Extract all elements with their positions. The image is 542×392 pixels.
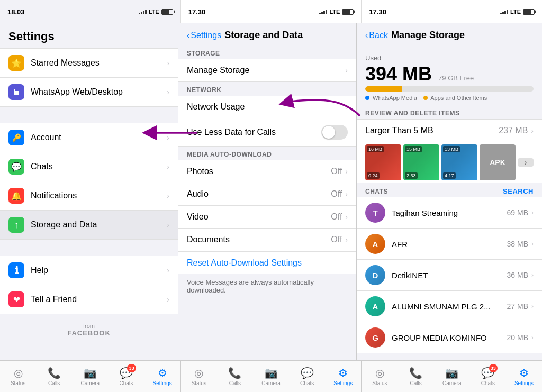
- lte-middle: LTE: [329, 8, 340, 15]
- camera-icon-mid: 📷: [265, 367, 278, 379]
- settings-item-starred[interactable]: ⭐ Starred Messages ›: [0, 48, 178, 78]
- back-to-storage[interactable]: ‹ Back: [365, 31, 388, 40]
- free-value: 79 GB Free: [438, 74, 474, 82]
- chat-name-alumni: ALUMNI SMUNAM PLG 2...: [392, 302, 507, 311]
- settings-item-chats[interactable]: 💬 Chats ›: [0, 152, 178, 181]
- settings-icon-right: ⚙: [519, 367, 529, 379]
- settings-item-friend[interactable]: ❤ Tell a Friend ›: [0, 285, 178, 314]
- chat-name-detik: DetikINET: [392, 271, 507, 280]
- chat-item-detik[interactable]: D DetikINET 36 MB ›: [357, 260, 542, 291]
- audio-label: Audio: [187, 189, 331, 199]
- calls-icon-left: 📞: [48, 367, 61, 379]
- less-data-item[interactable]: Use Less Data for Calls: [178, 118, 356, 147]
- tab-camera-left[interactable]: 📷 Camera: [72, 361, 108, 392]
- chats-search-button[interactable]: SEARCH: [503, 187, 534, 195]
- calls-icon-mid: 📞: [228, 367, 241, 379]
- thumb-1-size: 16 MB: [367, 146, 384, 152]
- status-icon-right: ◎: [375, 367, 384, 379]
- storage-label: Storage and Data: [31, 220, 167, 230]
- chat-item-alumni[interactable]: A ALUMNI SMUNAM PLG 2... 27 MB ›: [357, 291, 542, 322]
- video-item[interactable]: Video Off ›: [178, 206, 356, 229]
- avatar-afr: A: [365, 234, 385, 254]
- desktop-icon: 🖥: [8, 84, 24, 100]
- friend-label: Tell a Friend: [31, 295, 167, 304]
- tab-settings-left[interactable]: ⚙ Settings: [144, 361, 180, 392]
- settings-icon-left: ⚙: [158, 367, 167, 379]
- settings-item-help[interactable]: ℹ Help ›: [0, 256, 178, 285]
- thumb-2[interactable]: 15 MB 2:53: [403, 144, 439, 180]
- chat-item-afr[interactable]: A AFR 38 MB ›: [357, 229, 542, 260]
- panel-settings: Settings ⭐ Starred Messages › 🖥 WhatsApp…: [0, 23, 178, 360]
- chat-size-afr: 38 MB: [507, 240, 528, 248]
- friend-icon: ❤: [8, 291, 24, 307]
- legend-other: Apps and Other Items: [423, 95, 487, 101]
- lte-left: LTE: [149, 8, 159, 15]
- storage-section-header: STORAGE: [178, 45, 356, 59]
- photos-item[interactable]: Photos Off ›: [178, 160, 356, 183]
- tab-section-left: ◎ Status 📞 Calls 📷 Camera 💬 33 Chats ⚙ S…: [0, 361, 181, 392]
- camera-icon-right: 📷: [445, 367, 458, 379]
- legend-dot-whatsapp: [365, 96, 369, 100]
- storage-bar-fill: [365, 86, 402, 92]
- audio-item[interactable]: Audio Off ›: [178, 183, 356, 206]
- tab-camera-mid[interactable]: 📷 Camera: [253, 361, 289, 392]
- tab-settings-right[interactable]: ⚙ Settings: [506, 361, 542, 392]
- chats-section-header: CHATS SEARCH: [357, 183, 542, 197]
- network-usage-item[interactable]: Network Usage ›: [178, 96, 356, 118]
- thumb-3-size: 13 MB: [443, 146, 460, 152]
- chat-chevron-tagihan: ›: [531, 209, 534, 216]
- notifications-label: Notifications: [31, 191, 167, 200]
- settings-header: Settings: [0, 23, 178, 48]
- larger-than-label: Larger Than 5 MB: [365, 126, 499, 135]
- chat-size-alumni: 27 MB: [507, 302, 528, 311]
- tab-camera-right[interactable]: 📷 Camera: [434, 361, 470, 392]
- review-header: REVIEW AND DELETE ITEMS: [357, 105, 542, 119]
- thumb-1[interactable]: 16 MB 0:24: [365, 144, 401, 180]
- manage-storage-nav-title: Manage Storage: [391, 30, 465, 41]
- storage-chevron: ›: [167, 221, 169, 229]
- tab-status-mid[interactable]: ◎ Status: [181, 361, 217, 392]
- time-middle: 17.30: [188, 8, 206, 16]
- tab-calls-mid[interactable]: 📞 Calls: [217, 361, 253, 392]
- status-right: 17.30 LTE: [361, 0, 542, 23]
- settings-item-notifications[interactable]: 🔔 Notifications ›: [0, 181, 178, 211]
- tab-chats-mid[interactable]: 💬 Chats: [289, 361, 325, 392]
- settings-item-desktop[interactable]: 🖥 WhatsApp Web/Desktop ›: [0, 78, 178, 107]
- thumb-more[interactable]: ›: [518, 158, 534, 167]
- chat-item-group[interactable]: G GROUP MEDIA KOMINFO 20 MB ›: [357, 322, 542, 353]
- settings-item-account[interactable]: 🔑 Account ›: [0, 123, 178, 152]
- panel-manage-storage: ‹ Back Manage Storage Used 394 MB 79 GB …: [357, 23, 542, 360]
- documents-chevron: ›: [345, 235, 348, 244]
- chat-item-tagihan[interactable]: T Tagihan Streaming 69 MB ›: [357, 197, 542, 229]
- tab-status-right[interactable]: ◎ Status: [362, 361, 398, 392]
- tab-status-left[interactable]: ◎ Status: [0, 361, 36, 392]
- photos-label: Photos: [187, 167, 331, 176]
- settings-label-right: Settings: [514, 380, 534, 386]
- signal-right: [500, 9, 508, 14]
- documents-item[interactable]: Documents Off ›: [178, 229, 356, 251]
- settings-item-storage[interactable]: ↑ Storage and Data ›: [0, 211, 178, 240]
- lte-right: LTE: [510, 8, 521, 15]
- larger-than-item[interactable]: Larger Than 5 MB 237 MB ›: [357, 119, 542, 142]
- larger-than-size: 237 MB: [499, 126, 528, 135]
- thumb-4[interactable]: APK: [480, 144, 516, 180]
- used-value: 394 MB: [365, 63, 432, 85]
- tab-calls-left[interactable]: 📞 Calls: [36, 361, 72, 392]
- network-usage-label: Network Usage: [187, 102, 345, 112]
- tab-bars: ◎ Status 📞 Calls 📷 Camera 💬 33 Chats ⚙ S…: [0, 360, 542, 392]
- manage-storage-item[interactable]: Manage Storage ›: [178, 59, 356, 82]
- back-to-settings[interactable]: ‹ Settings: [187, 31, 221, 40]
- calls-label-mid: Calls: [229, 380, 241, 386]
- video-label: Video: [187, 212, 331, 222]
- thumb-3[interactable]: 13 MB 4:17: [441, 144, 477, 180]
- tab-calls-right[interactable]: 📞 Calls: [398, 361, 433, 392]
- reset-auto-download[interactable]: Reset Auto-Download Settings: [178, 251, 356, 274]
- time-right: 17.30: [369, 8, 386, 16]
- documents-value: Off: [331, 235, 342, 244]
- tab-chats-left[interactable]: 💬 33 Chats: [108, 361, 144, 392]
- storage-used-section: Used 394 MB 79 GB Free WhatsApp Media Ap…: [357, 45, 542, 105]
- tab-chats-right[interactable]: 💬 33 Chats: [470, 361, 506, 392]
- tab-settings-mid[interactable]: ⚙ Settings: [325, 361, 361, 392]
- settings-icon-mid: ⚙: [338, 367, 348, 379]
- less-data-toggle[interactable]: [321, 125, 348, 140]
